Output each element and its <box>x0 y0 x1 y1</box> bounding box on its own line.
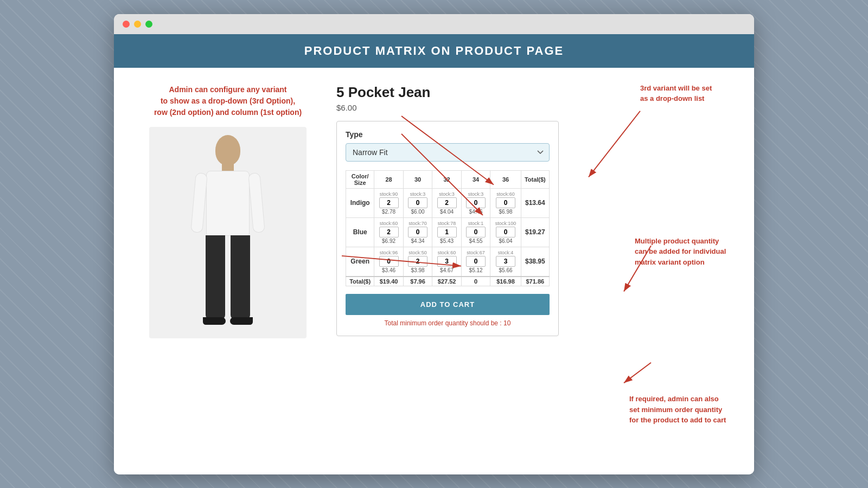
cell-indigo-32: stock:3 $4.04 <box>432 188 462 217</box>
right-column: 5 Pocket Jean $6.00 Type Narrow Fit Regu… <box>336 84 732 336</box>
qty-green-36[interactable] <box>496 256 515 267</box>
qty-indigo-30[interactable] <box>408 197 427 208</box>
annotation-right-top: 3rd variant will be setas a drop-down li… <box>640 83 749 104</box>
table-row: Indigo stock:90 $2.78 stock:3 <box>346 188 550 217</box>
qty-indigo-34[interactable] <box>466 197 486 208</box>
type-select[interactable]: Narrow Fit Regular Fit Wide Fit <box>346 143 550 162</box>
matrix-container: Type Narrow Fit Regular Fit Wide Fit Col… <box>336 121 559 336</box>
qty-blue-30[interactable] <box>408 227 427 237</box>
row-label-indigo: Indigo <box>346 188 374 217</box>
cell-blue-28: stock:60 $6.92 <box>374 217 404 247</box>
qty-indigo-32[interactable] <box>437 197 457 208</box>
row-label-blue: Blue <box>346 217 374 247</box>
left-column: Admin can configure any variant to show … <box>136 84 320 338</box>
qty-green-30[interactable] <box>408 256 427 267</box>
cell-green-28: stock:96 $3.46 <box>374 247 404 277</box>
annotation-left: Admin can configure any variant to show … <box>154 84 302 118</box>
min-order-note: Total minimum order quantity should be :… <box>346 319 550 327</box>
qty-blue-28[interactable] <box>379 227 399 237</box>
person-left-leg <box>206 235 225 319</box>
page-header: PRODUCT MATRIX ON PRODUCT PAGE <box>114 34 754 68</box>
cell-indigo-30: stock:3 $6.00 <box>403 188 432 217</box>
grand-total: $71.86 <box>521 277 549 286</box>
total-green: $38.95 <box>521 247 549 277</box>
qty-indigo-36[interactable] <box>496 197 515 208</box>
person-figure <box>184 135 271 330</box>
type-label: Type <box>346 130 550 139</box>
dot-red[interactable] <box>123 21 130 28</box>
person-torso <box>206 171 250 236</box>
product-image <box>149 127 307 338</box>
total-36: $16.98 <box>490 277 521 286</box>
cell-indigo-36: stock:60 $6.98 <box>490 188 521 217</box>
qty-blue-32[interactable] <box>437 227 457 237</box>
table-row: Blue stock:60 $6.92 stock:70 <box>346 217 550 247</box>
total-indigo: $13.64 <box>521 188 549 217</box>
qty-blue-36[interactable] <box>496 227 515 237</box>
row-label-green: Green <box>346 247 374 277</box>
dot-yellow[interactable] <box>134 21 141 28</box>
qty-blue-34[interactable] <box>466 227 486 237</box>
col-header-28: 28 <box>374 170 404 188</box>
person-head <box>215 135 240 165</box>
cell-green-34: stock:67 $5.12 <box>461 247 490 277</box>
col-header-total: Total($) <box>521 170 549 188</box>
col-header-36: 36 <box>490 170 521 188</box>
cell-green-30: stock:50 $3.98 <box>403 247 432 277</box>
matrix-table: Color/Size 28 30 32 34 36 Total($) Indig… <box>346 170 550 286</box>
main-content: Admin can configure any variant to show … <box>114 68 754 474</box>
cell-blue-32: stock:78 $5.43 <box>432 217 462 247</box>
total-28: $19.40 <box>374 277 404 286</box>
cell-indigo-28: stock:90 $2.78 <box>374 188 404 217</box>
col-header-label: Color/Size <box>346 170 374 188</box>
total-blue: $19.27 <box>521 217 549 247</box>
cell-blue-30: stock:70 $4.34 <box>403 217 432 247</box>
person-right-shoe <box>230 317 253 325</box>
totals-row: Total($) $19.40 $7.96 $27.52 0 $16.98 $7… <box>346 277 550 286</box>
dot-green[interactable] <box>145 21 152 28</box>
person-right-arm <box>248 172 265 233</box>
total-32: $27.52 <box>432 277 462 286</box>
qty-green-28[interactable] <box>379 256 399 267</box>
cell-blue-34: stock:1 $4.55 <box>461 217 490 247</box>
col-header-34: 34 <box>461 170 490 188</box>
total-30: $7.96 <box>403 277 432 286</box>
totals-label: Total($) <box>346 277 374 286</box>
browser-chrome <box>114 14 754 34</box>
qty-green-32[interactable] <box>437 256 457 267</box>
qty-green-34[interactable] <box>466 256 486 267</box>
table-row: Green stock:96 $3.46 stock:50 <box>346 247 550 277</box>
total-34: 0 <box>461 277 490 286</box>
person-left-shoe <box>203 317 226 325</box>
cell-green-36: stock:4 $5.66 <box>490 247 521 277</box>
col-header-30: 30 <box>403 170 432 188</box>
annotation-right-mid: Multiple product quantitycan be added fo… <box>635 236 749 268</box>
col-header-32: 32 <box>432 170 462 188</box>
qty-indigo-28[interactable] <box>379 197 399 208</box>
add-to-cart-button[interactable]: ADD TO CART <box>346 294 550 315</box>
cell-green-32: stock:60 $4.67 <box>432 247 462 277</box>
browser-window: PRODUCT MATRIX ON PRODUCT PAGE Admin can… <box>114 14 754 474</box>
cell-blue-36: stock:100 $6.04 <box>490 217 521 247</box>
annotation-right-bottom: If required, admin can alsoset minimum o… <box>629 394 749 426</box>
person-right-leg <box>231 235 250 319</box>
product-price: $6.00 <box>336 103 732 112</box>
person-left-arm <box>190 172 208 233</box>
cell-indigo-34: stock:3 $4.46 <box>461 188 490 217</box>
